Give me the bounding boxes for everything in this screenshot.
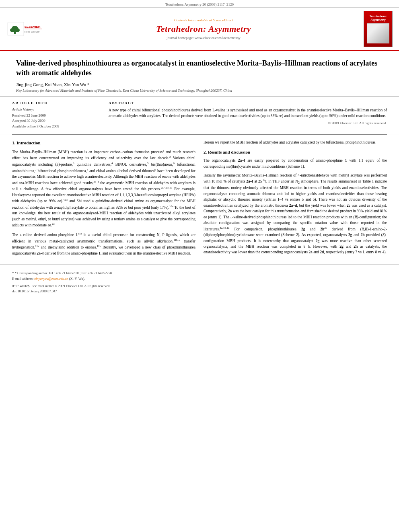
journal-thumbnail: Tetrahedron:Asymmetry — [364, 11, 393, 47]
journal-homepage: journal homepage: www.elsevier.com/locat… — [167, 36, 240, 40]
article-authors: Jing-jing Gong, Kui Yuan, Xin-Yan Wu * — [16, 82, 383, 87]
abstract-text: A new type of chiral bifunctional phosph… — [109, 107, 387, 119]
header-area: ELSEVIER Reed Elsevier Contents lists av… — [0, 8, 399, 51]
svg-text:Reed Elsevier: Reed Elsevier — [25, 31, 39, 33]
thumb-image — [367, 23, 389, 43]
article-info-header: ARTICLE INFO — [12, 101, 101, 105]
footer-divider — [12, 268, 387, 268]
article-info-column: ARTICLE INFO Article history: Received 2… — [12, 101, 101, 130]
intro-paragraph-2: The l-valine–derived amino-phosphine 111… — [12, 232, 195, 256]
svg-text:ELSEVIER: ELSEVIER — [25, 25, 41, 29]
body-col-right: Herein we report the MBH reaction of ald… — [204, 140, 387, 259]
sciencedirect-link: Contents lists available at ScienceDirec… — [174, 18, 233, 22]
contents-label: Contents lists available at — [174, 18, 213, 22]
footnote-star: * — [12, 271, 14, 275]
corresponding-text: * Corresponding author. Tel.: +86 21 642… — [15, 271, 113, 275]
article-affiliation: Key Laboratory for Advanced Materials an… — [16, 88, 383, 92]
results-paragraph-1: The organocatalysts 2a–f are easily prep… — [204, 158, 387, 169]
article-title-section: Valine-derived phosphinothiourea as orga… — [0, 51, 399, 97]
intro-section-title: 1. Introduction — [12, 140, 195, 146]
results-paragraph-2: Initially the asymmetric Morita–Baylis–H… — [204, 173, 387, 255]
article-info-abstract-section: ARTICLE INFO Article history: Received 2… — [0, 97, 399, 135]
doi-note: doi:10.1016/j.tetasy.2009.07.047 — [12, 289, 387, 294]
email-note: E-mail address: xinyanyvu@ecust.edu.cn (… — [12, 276, 387, 281]
article-info-block: Article history: Received 22 June 2009 A… — [12, 107, 101, 129]
svg-point-5 — [15, 28, 20, 32]
results-section-title: 2. Results and discussion — [204, 149, 387, 156]
history-label: Article history: — [12, 107, 101, 111]
body-col-left: 1. Introduction The Morita–Baylis–Hillma… — [12, 140, 195, 259]
journal-top-bar: Tetrahedron: Asymmetry 20 (2009) 2117–21… — [0, 0, 399, 8]
footer-section: * * Corresponding author. Tel.: +86 21 6… — [0, 264, 399, 297]
results-intro-para: Herein we report the MBH reaction of ald… — [204, 140, 387, 145]
header-left: ELSEVIER Reed Elsevier — [5, 11, 45, 47]
elsevier-logo: ELSEVIER Reed Elsevier — [7, 21, 43, 37]
sciencedirect-text[interactable]: ScienceDirect — [213, 18, 233, 22]
email-suffix: (X.-Y. Wu). — [68, 277, 85, 281]
issn-note: 0957-4166/$ - see front matter © 2009 El… — [12, 283, 387, 289]
authors-text: Jing-jing Gong, Kui Yuan, Xin-Yan Wu * — [16, 82, 89, 87]
journal-title: Tetrahedron: Asymmetry — [156, 24, 251, 34]
received-date: Received 22 June 2009 — [12, 113, 101, 119]
intro-paragraph-1: The Morita–Baylis–Hillman (MBH) reaction… — [12, 149, 195, 228]
abstract-column: ABSTRACT A new type of chiral bifunction… — [109, 101, 387, 130]
article-main-title: Valine-derived phosphinothiourea as orga… — [16, 58, 383, 78]
accepted-date: Accepted 30 July 2009 — [12, 118, 101, 124]
journal-citation: Tetrahedron: Asymmetry 20 (2009) 2117–21… — [165, 2, 234, 6]
journal-title-text: Tetrahedron: — [156, 24, 208, 34]
svg-point-4 — [10, 28, 15, 32]
abstract-header: ABSTRACT — [109, 101, 387, 105]
journal-title-italic: Asymmetry — [208, 24, 251, 34]
online-date: Available online 3 October 2009 — [12, 124, 101, 129]
header-right: Tetrahedron:Asymmetry — [362, 11, 394, 47]
corresponding-author-note: * * Corresponding author. Tel.: +86 21 6… — [12, 271, 387, 276]
thumb-title-text: Tetrahedron:Asymmetry — [369, 14, 387, 22]
email-address[interactable]: xinyanyvu@ecust.edu.cn — [34, 277, 68, 281]
abstract-copyright: © 2009 Elsevier Ltd. All rights reserved… — [109, 121, 387, 125]
email-label: E-mail address: — [12, 277, 34, 281]
header-center: Contents lists available at ScienceDirec… — [49, 11, 358, 47]
body-columns: 1. Introduction The Morita–Baylis–Hillma… — [0, 135, 399, 264]
